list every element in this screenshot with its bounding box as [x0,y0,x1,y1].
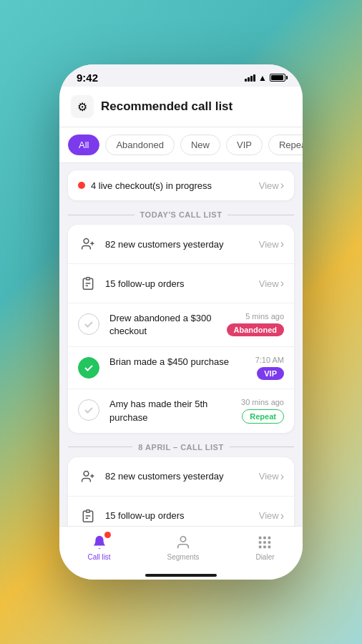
page-title: Recommended call list [101,99,233,114]
tab-new[interactable]: New [180,135,220,155]
svg-rect-9 [87,509,90,512]
svg-rect-18 [268,541,271,544]
badge-repeat-amy[interactable]: Repeat [242,409,284,424]
phone-shell: 9:42 ▲ ⚙ Recommended call list All [59,64,303,580]
svg-point-6 [84,471,89,476]
status-time: 9:42 [77,72,98,84]
list-item: 15 follow-up orders View [68,497,294,526]
svg-rect-21 [268,546,271,549]
person-add-icon [78,234,98,254]
bell-icon [91,534,108,551]
wifi-icon: ▲ [258,73,267,83]
april-call-list-card: 82 new customers yesterday View 15 [68,457,294,526]
clipboard-icon-april [78,506,98,526]
april-follow-up-text: 15 follow-up orders [105,510,185,521]
status-icons: ▲ [245,73,285,83]
item-time-drew: 5 mins ago [245,312,284,321]
tab-vip[interactable]: VIP [226,135,263,155]
gear-icon: ⚙ [77,100,87,114]
item-time-amy: 30 mins ago [241,398,284,406]
status-bar: 9:42 ▲ [59,64,303,87]
nav-dialer-label: Dialer [255,553,274,561]
check-circle-amy[interactable] [78,399,99,421]
svg-rect-13 [259,537,262,540]
badge-abandoned-drew[interactable]: Abandoned [227,323,285,336]
live-banner: 4 live checkout(s) in progress View [68,170,294,200]
today-section-label: TODAY'S CALL LIST [140,210,222,219]
svg-point-0 [84,239,89,244]
today-section-divider: TODAY'S CALL LIST [68,210,294,219]
signal-icon [245,74,255,82]
person-add-icon-april [78,467,98,487]
item-title-amy: Amy has made their 5th purchase [109,398,235,424]
item-time-brian: 7:10 AM [255,356,284,364]
tab-repeat[interactable]: Repeat [268,135,303,155]
battery-icon [270,74,285,82]
gear-button[interactable]: ⚙ [71,95,94,118]
nav-segments[interactable]: Segments [156,532,211,562]
item-title-brian: Brian made a $450 purchase [109,356,250,369]
nav-segments-label: Segments [167,553,200,561]
tab-all[interactable]: All [68,135,99,155]
list-item: Brian made a $450 purchase 7:10 AM VIP [68,347,294,389]
notification-badge [104,532,111,538]
nav-dialer[interactable]: Dialer [244,532,285,562]
svg-rect-20 [264,546,267,549]
april-follow-up-view-link[interactable]: View [259,509,284,522]
svg-point-12 [180,537,185,542]
nav-call-list-label: Call list [87,553,110,561]
svg-rect-3 [87,278,90,280]
april-section-divider: 8 APRIL – CALL LIST [68,443,294,452]
april-new-customers-view-link[interactable]: View [259,470,284,483]
svg-rect-19 [259,546,262,549]
new-customers-view-link[interactable]: View [259,238,284,250]
follow-up-text: 15 follow-up orders [105,278,185,289]
person-icon [175,534,192,551]
filter-tabs: All Abandoned New VIP Repeat [59,127,303,163]
svg-rect-17 [264,541,267,544]
live-view-link[interactable]: View [259,179,284,192]
header: ⚙ Recommended call list [59,87,303,127]
today-call-list-card: 82 new customers yesterday View 15 [68,225,294,433]
svg-rect-16 [259,541,262,544]
clipboard-icon [78,273,98,293]
check-circle-brian[interactable] [78,357,99,379]
list-item: Drew abandoned a $300 checkout 5 mins ag… [68,303,294,347]
april-new-customers-text: 82 new customers yesterday [105,471,223,482]
new-customers-text: 82 new customers yesterday [105,239,223,250]
badge-vip-brian[interactable]: VIP [257,367,284,380]
list-item: 15 follow-up orders View [68,264,294,303]
bottom-nav: Call list Segments [59,526,303,570]
list-item: 82 new customers yesterday View [68,225,294,264]
item-title-drew: Drew abandoned a $300 checkout [109,312,221,338]
app-content: ⚙ Recommended call list All Abandoned Ne… [59,87,303,526]
svg-rect-15 [268,537,271,540]
check-circle-drew[interactable] [78,313,99,335]
list-item: Amy has made their 5th purchase 30 mins … [68,389,294,432]
live-text: 4 live checkout(s) in progress [91,180,212,191]
grid-icon [256,534,273,551]
follow-up-view-link[interactable]: View [259,277,284,290]
list-item: 82 new customers yesterday View [68,457,294,497]
tab-abandoned[interactable]: Abandoned [105,135,175,155]
april-section-label: 8 APRIL – CALL LIST [138,443,223,452]
live-indicator [78,182,85,189]
nav-call-list[interactable]: Call list [76,532,122,562]
home-indicator [59,570,303,580]
svg-rect-14 [264,537,267,540]
